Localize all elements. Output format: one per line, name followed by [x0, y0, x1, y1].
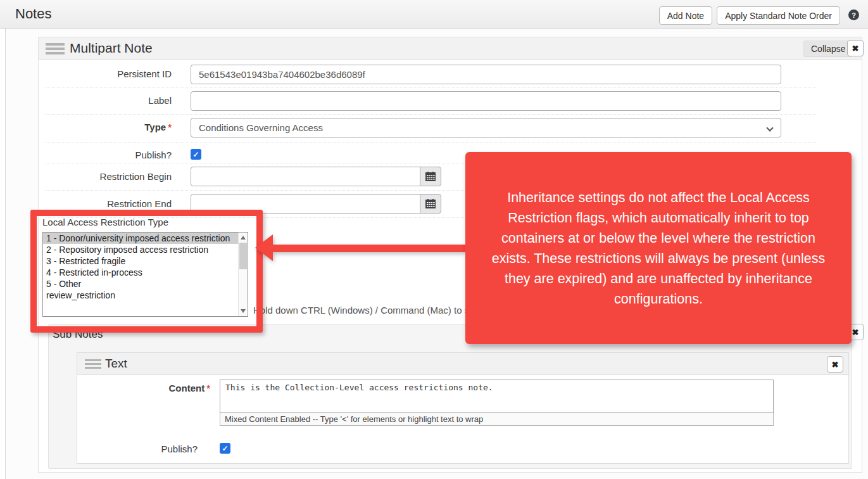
- local-access-restriction-type-label: Local Access Restriction Type: [42, 217, 168, 227]
- type-label: Type*: [39, 122, 172, 132]
- calendar-icon[interactable]: [420, 167, 441, 186]
- scroll-down-icon[interactable]: [241, 309, 246, 313]
- text-note-title: Text: [105, 357, 127, 371]
- list-option[interactable]: 3 - Restricted fragile: [43, 255, 248, 267]
- calendar-icon[interactable]: [420, 194, 441, 214]
- restriction-begin-label: Restriction Begin: [39, 171, 172, 182]
- label-label: Label: [39, 95, 172, 106]
- local-access-restriction-type-list[interactable]: 1 - Donor/university imposed access rest…: [42, 232, 248, 317]
- persistent-id-label: Persistent ID: [39, 68, 172, 79]
- drag-handle-icon[interactable]: [46, 43, 65, 56]
- list-option[interactable]: 4 - Restricted in-process: [43, 267, 248, 278]
- persistent-id-input[interactable]: [191, 65, 781, 84]
- sub-notes-title: Sub Notes: [53, 328, 103, 341]
- close-icon[interactable]: [827, 356, 843, 373]
- header-actions: Add Note Apply Standard Note Order: [659, 6, 840, 25]
- restriction-end-input[interactable]: [191, 194, 420, 214]
- drag-handle-icon[interactable]: [85, 359, 101, 371]
- multipart-note-header: Multipart Note Collapse: [39, 37, 862, 60]
- notes-page: Notes Add Note Apply Standard Note Order…: [0, 0, 868, 479]
- content-label: Content*: [77, 383, 210, 393]
- publish-label: Publish?: [39, 150, 172, 160]
- type-select-value: Conditions Governing Access: [199, 122, 323, 133]
- list-option[interactable]: review_restriction: [43, 290, 248, 301]
- scroll-up-icon[interactable]: [241, 236, 246, 240]
- list-option[interactable]: 1 - Donor/university imposed access rest…: [43, 233, 248, 244]
- apply-standard-note-order-button[interactable]: Apply Standard Note Order: [717, 6, 840, 25]
- sub-notes-panel: Sub Notes Text Content* This is the Coll…: [48, 324, 852, 469]
- row-separator: [45, 142, 817, 143]
- list-option[interactable]: 5 - Other: [43, 278, 248, 290]
- restriction-begin-input[interactable]: [191, 167, 420, 186]
- required-asterisk: *: [206, 383, 210, 393]
- list-option[interactable]: 2 - Repository imposed access restrictio…: [43, 244, 248, 255]
- row-separator: [45, 114, 817, 115]
- text-note-card: Text Content* This is the Collection-Lev…: [77, 352, 849, 464]
- scroll-thumb[interactable]: [239, 243, 247, 269]
- arrow-left-icon: [255, 234, 273, 261]
- annotation-callout-text: Inheritance settings do not affect the L…: [486, 188, 831, 309]
- row-separator: [45, 87, 817, 88]
- add-note-button[interactable]: Add Note: [659, 6, 712, 25]
- help-icon[interactable]: [848, 10, 859, 20]
- multiselect-helper-text: Hold down CTRL (Windows) / Command (Mac)…: [253, 305, 482, 316]
- scrollbar[interactable]: [238, 233, 248, 316]
- label-input[interactable]: [191, 91, 781, 111]
- notes-header-bar: Notes Add Note Apply Standard Note Order: [0, 0, 868, 29]
- content-textarea[interactable]: This is the Collection-Level access rest…: [220, 380, 774, 413]
- mixed-content-hint: Mixed Content Enabled -- Type '<' for el…: [220, 413, 774, 426]
- page-title: Notes: [15, 6, 51, 22]
- publish-checkbox[interactable]: [220, 443, 230, 454]
- annotation-callout: Inheritance settings do not affect the L…: [465, 152, 852, 344]
- publish-checkbox[interactable]: [191, 149, 201, 160]
- chevron-down-icon: [766, 124, 773, 131]
- publish-label: Publish?: [77, 444, 198, 454]
- type-select[interactable]: Conditions Governing Access: [191, 118, 781, 137]
- collapse-button[interactable]: Collapse: [803, 41, 853, 57]
- required-asterisk: *: [168, 122, 172, 132]
- text-note-header: Text: [77, 353, 848, 375]
- multipart-note-title: Multipart Note: [70, 41, 153, 56]
- restriction-end-label: Restriction End: [39, 198, 172, 209]
- close-icon[interactable]: [847, 40, 864, 56]
